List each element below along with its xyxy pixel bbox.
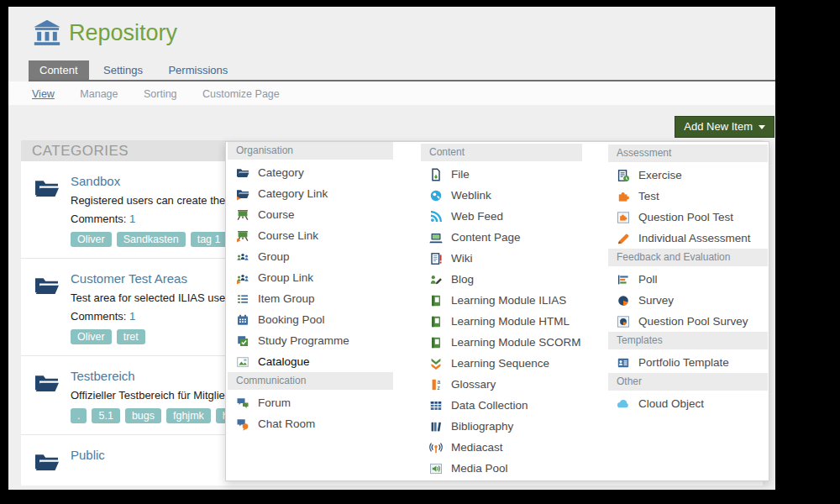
menu-item-survey[interactable]: Survey: [608, 290, 768, 311]
weblink-icon: [429, 189, 443, 202]
question-pool-test-icon: [617, 211, 630, 224]
menu-item-individual-assessment[interactable]: Individual Assessment: [608, 228, 768, 249]
menu-item-label: Catalogue: [258, 355, 310, 368]
menu-item-label: Study Programme: [258, 334, 349, 347]
menu-item-forum[interactable]: Forum: [228, 392, 393, 413]
menu-item-exercise[interactable]: Exercise: [608, 165, 768, 186]
menu-item-learning-sequence[interactable]: Learning Sequence: [421, 353, 582, 374]
menu-item-learning-module-html[interactable]: Learning Module HTML: [421, 311, 582, 332]
menu-item-label: Content Page: [451, 231, 521, 244]
menu-item-label: Item Group: [258, 292, 315, 305]
tab-settings[interactable]: Settings: [92, 60, 154, 80]
menu-item-data-collection[interactable]: Data Collection: [421, 395, 582, 416]
menu-item-question-pool-survey[interactable]: Question Pool Survey: [608, 311, 768, 332]
mediacast-icon: [429, 441, 443, 454]
menu-item-web-feed[interactable]: Web Feed: [421, 206, 582, 227]
menu-item-label: Question Pool Test: [638, 211, 733, 223]
learning-module-icon: [429, 294, 443, 307]
menu-item-question-pool-test[interactable]: Question Pool Test: [608, 207, 768, 228]
menu-section-title: Organisation: [228, 142, 393, 160]
menu-item-category-link[interactable]: Category Link: [228, 183, 393, 204]
tag-badge[interactable]: Oliver: [71, 329, 112, 344]
tab-content[interactable]: Content: [29, 60, 89, 80]
menu-item-learning-module-scorm[interactable]: Learning Module SCORM: [421, 332, 582, 353]
menu-section-title: Assessment: [608, 144, 768, 162]
learning-sequence-icon: [429, 357, 443, 370]
menu-item-wiki[interactable]: Wiki: [421, 248, 582, 269]
subnav-sorting[interactable]: Sorting: [144, 88, 177, 100]
menu-item-blog[interactable]: Blog: [421, 269, 582, 290]
menu-item-learning-module-ilias[interactable]: Learning Module ILIAS: [421, 290, 582, 311]
svg-text:z: z: [437, 385, 439, 391]
menu-section-title: Feedback and Evaluation: [608, 249, 768, 266]
tag-badge[interactable]: Sandkasten: [117, 232, 186, 247]
menu-item-mediacast[interactable]: Mediacast: [421, 437, 582, 458]
tag-badge[interactable]: tag 1: [191, 232, 228, 247]
menu-item-label: Individual Assessment: [638, 232, 751, 244]
course-icon: [236, 208, 249, 222]
menu-item-media-pool[interactable]: Media Pool: [421, 458, 582, 479]
tab-permissions[interactable]: Permissions: [157, 60, 239, 80]
repository-page: Repository Content Settings Permissions …: [8, 7, 775, 490]
file-icon: [429, 168, 443, 181]
exercise-icon: [617, 169, 630, 182]
subnav-view[interactable]: View: [32, 88, 55, 100]
category-title-link[interactable]: Customer Test Areas: [71, 271, 234, 286]
subnav-manage[interactable]: Manage: [80, 88, 118, 100]
tag-badge[interactable]: 5.1: [92, 408, 119, 423]
menu-item-label: Course Link: [258, 229, 318, 242]
tag-badge[interactable]: .: [71, 408, 87, 423]
test-icon: [617, 190, 630, 203]
menu-item-course-link[interactable]: Course Link: [228, 225, 393, 246]
wiki-icon: [429, 252, 443, 265]
survey-icon: [617, 294, 630, 307]
menu-item-chat-room[interactable]: Chat Room: [228, 413, 393, 434]
menu-item-test[interactable]: Test: [608, 186, 768, 207]
menu-item-course[interactable]: Course: [228, 204, 393, 225]
menu-section-title: Communication: [228, 372, 393, 390]
folder-icon: [34, 369, 71, 423]
comments-count-link[interactable]: 1: [129, 310, 135, 323]
comments-count-link[interactable]: 1: [129, 213, 135, 225]
menu-item-label: Group Link: [258, 271, 313, 284]
subnav-customize-page[interactable]: Customize Page: [202, 88, 280, 100]
folder-icon: [34, 174, 71, 247]
menu-item-weblink[interactable]: Weblink: [421, 185, 582, 206]
menu-item-glossary[interactable]: azGlossary: [421, 374, 582, 395]
item-group-icon: [236, 292, 249, 306]
folder-icon: [34, 448, 71, 472]
menu-item-catalogue[interactable]: Catalogue: [228, 351, 393, 372]
poll-icon: [617, 273, 630, 286]
menu-item-booking-pool[interactable]: Booking Pool: [228, 309, 393, 330]
tag-badge[interactable]: fghjmk: [166, 408, 211, 423]
tag-badge[interactable]: tret: [117, 329, 145, 344]
question-pool-survey-icon: [617, 315, 630, 328]
page-title: Repository: [69, 20, 177, 46]
category-title-link[interactable]: Public: [71, 448, 105, 462]
add-new-item-button[interactable]: Add New Item: [675, 116, 774, 138]
tag-badge[interactable]: bugs: [125, 408, 161, 423]
menu-item-label: Course: [258, 208, 295, 221]
menu-item-study-programme[interactable]: Study Programme: [228, 330, 393, 351]
menu-item-label: Portfolio Template: [638, 356, 729, 369]
menu-item-cloud-object[interactable]: Cloud Object: [608, 393, 768, 414]
menu-item-content-page[interactable]: Content Page: [421, 227, 582, 248]
chevron-down-icon: [759, 125, 765, 129]
tag-badge[interactable]: Oliver: [71, 232, 112, 247]
menu-item-group-link[interactable]: Group Link: [228, 267, 393, 288]
web-feed-icon: [429, 210, 443, 223]
menu-item-group[interactable]: Group: [228, 246, 393, 267]
menu-item-portfolio-template[interactable]: Portfolio Template: [608, 352, 768, 373]
menu-item-item-group[interactable]: Item Group: [228, 288, 393, 309]
menu-section-title: Templates: [608, 332, 768, 349]
individual-assessment-icon: [617, 232, 630, 245]
menu-item-category[interactable]: Category: [228, 162, 393, 183]
menu-item-poll[interactable]: Poll: [608, 269, 768, 290]
menu-item-label: Cloud Object: [638, 397, 704, 410]
menu-item-bibliography[interactable]: Bibliography: [421, 416, 582, 437]
blog-icon: [429, 273, 443, 286]
menu-item-label: Poll: [638, 273, 658, 286]
menu-item-label: Blog: [451, 273, 474, 286]
data-collection-icon: [429, 399, 443, 412]
menu-item-file[interactable]: File: [421, 164, 582, 185]
